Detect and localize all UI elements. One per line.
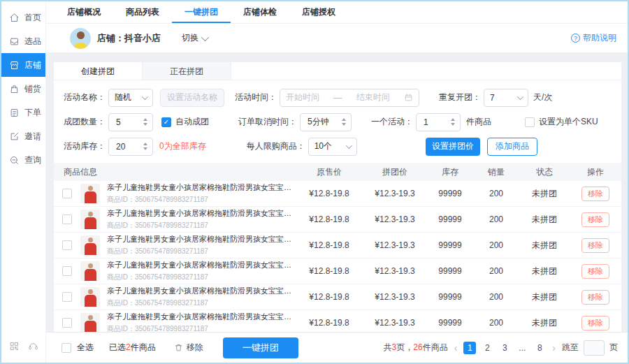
row-checkbox[interactable] xyxy=(62,292,72,302)
single-sku-label: 设置为单个SKU xyxy=(539,116,598,128)
remove-button[interactable]: 移除 xyxy=(581,316,609,330)
remove-button[interactable]: 移除 xyxy=(581,212,609,227)
page-number[interactable]: 3 xyxy=(498,342,511,354)
activity-name-select[interactable]: 随机 xyxy=(108,89,153,107)
sidebar-item-shop[interactable]: 店铺 xyxy=(1,53,45,77)
stock-label: 活动库存： xyxy=(64,140,106,152)
prev-page-icon[interactable]: ‹ xyxy=(453,342,459,354)
sidebar-item-label: 首页 xyxy=(24,12,41,24)
row-checkbox[interactable] xyxy=(62,189,72,198)
per-activity-stepper[interactable]: 1 xyxy=(416,113,461,131)
remove-button[interactable]: 移除 xyxy=(581,264,609,279)
content-area: 创建拼团 正在拼团 活动名称： 随机 设置活动名称 活动时间： 开始时间 — xyxy=(46,52,628,332)
stepper-arrows-icon[interactable] xyxy=(451,118,455,126)
search-icon xyxy=(9,155,20,166)
stock-cell: 99999 xyxy=(427,214,473,224)
product-image xyxy=(80,210,100,229)
sidebar-item-select-products[interactable]: 选品 xyxy=(1,29,45,53)
auto-group-checkbox[interactable]: ✓ xyxy=(161,117,171,127)
jump-page-input[interactable] xyxy=(584,340,605,356)
table-row: 亲子儿童拖鞋男女童小孩居家棉拖鞋防滑男孩女宝宝拖鞋防滑男孩拖鞋 商品ID：350… xyxy=(54,207,621,233)
group-price-cell: ¥12.3-19.3 xyxy=(363,240,427,250)
sidebar-item-distribute[interactable]: 铺货 xyxy=(1,77,45,101)
sidebar-item-invite[interactable]: 邀请 xyxy=(1,124,45,148)
help-link[interactable]: ? 帮助说明 xyxy=(571,32,616,44)
sales-cell: 200 xyxy=(473,240,519,250)
product-id: 商品ID：3506754789983271187 xyxy=(107,298,296,308)
product-info-cell: 亲子儿童拖鞋男女童小孩居家棉拖鞋防滑男孩女宝宝拖鞋防滑男孩拖鞋 商品ID：350… xyxy=(80,234,296,256)
tab-shop-auth[interactable]: 店铺授权 xyxy=(289,1,348,23)
sidebar-item-query[interactable]: 查询 xyxy=(1,148,45,172)
table-header: 商品信息 原售价 拼团价 库存 销量 状态 操作 xyxy=(54,163,621,181)
group-size-label: 成团数量： xyxy=(64,116,106,128)
auto-group-label: 自动成团 xyxy=(175,116,209,128)
activity-time-range-input[interactable]: 开始时间 — 结束时间 xyxy=(280,89,419,107)
single-sku-checkbox[interactable] xyxy=(525,117,535,127)
sidebar-item-label: 铺货 xyxy=(24,83,41,95)
sidebar-item-home[interactable]: 首页 xyxy=(1,6,45,29)
sidebar-item-label: 选品 xyxy=(24,36,41,48)
one-key-group-button[interactable]: 一键拼团 xyxy=(223,337,298,358)
tab-shop-overview[interactable]: 店铺概况 xyxy=(55,1,113,23)
tab-shop-checkup[interactable]: 店铺体检 xyxy=(231,1,289,23)
repeat-open-label: 重复开团： xyxy=(439,92,481,103)
sales-cell: 200 xyxy=(473,214,519,224)
stepper-arrows-icon[interactable] xyxy=(342,118,346,126)
tab-product-list[interactable]: 商品列表 xyxy=(113,1,172,23)
product-id: 商品ID：3506754789983271187 xyxy=(107,221,296,231)
status-cell: 未拼团 xyxy=(519,188,570,200)
page-number[interactable]: 2 xyxy=(481,342,493,354)
remove-button[interactable]: 移除 xyxy=(581,187,609,201)
page-number[interactable]: 1 xyxy=(463,342,476,354)
cancel-time-stepper[interactable]: 5分钟 xyxy=(300,113,352,131)
qrcode-icon[interactable] xyxy=(9,341,20,354)
question-circle-icon: ? xyxy=(571,34,580,43)
sidebar: 首页 选品 店铺 铺货 下单 邀请 查询 xyxy=(1,1,46,363)
chevron-down-icon xyxy=(346,143,352,149)
bulk-remove-button[interactable]: 移除 xyxy=(174,342,203,354)
header-original-price: 原售价 xyxy=(296,166,363,178)
remove-button[interactable]: 移除 xyxy=(581,238,609,253)
select-all-checkbox[interactable] xyxy=(62,343,71,353)
row-checkbox[interactable] xyxy=(62,240,72,250)
set-group-price-button[interactable]: 设置拼团价 xyxy=(426,138,480,156)
status-cell: 未拼团 xyxy=(519,291,570,303)
stepper-arrows-icon[interactable] xyxy=(143,118,147,126)
select-all-label: 全选 xyxy=(77,342,94,354)
limit-select[interactable]: 10个 xyxy=(308,138,357,156)
row-checkbox[interactable] xyxy=(62,214,72,224)
set-activity-name-button[interactable]: 设置活动名称 xyxy=(160,89,224,107)
calendar-icon xyxy=(404,93,413,102)
row-checkbox[interactable] xyxy=(62,318,72,328)
chevron-down-icon xyxy=(201,33,209,41)
tab-create-group[interactable]: 创建拼团 xyxy=(54,62,143,80)
stock-stepper[interactable]: 20 xyxy=(108,138,153,156)
original-price-cell: ¥12.8-19.8 xyxy=(296,214,363,224)
remove-button[interactable]: 移除 xyxy=(581,290,609,305)
chevron-down-icon xyxy=(142,94,148,100)
switch-shop-button[interactable]: 切换 xyxy=(182,32,207,44)
shop-icon xyxy=(9,60,20,71)
footer-left: 全选 已选2件商品 移除 一键拼团 xyxy=(62,337,298,358)
product-info-cell: 亲子儿童拖鞋男女童小孩居家棉拖鞋防滑男孩女宝宝拖鞋防滑男孩拖鞋 商品ID：350… xyxy=(80,312,296,332)
stepper-arrows-icon[interactable] xyxy=(143,143,147,150)
shop-bar: 店铺：抖音小店 切换 ? 帮助说明 xyxy=(46,24,628,52)
form-row-3: 活动库存： 20 0为全部库存 每人限购商品： 10个 设置拼团价 添加商品 xyxy=(64,137,612,156)
repeat-select[interactable]: 7 xyxy=(484,89,528,107)
headset-icon[interactable] xyxy=(28,341,38,354)
tab-active-group[interactable]: 正在拼团 xyxy=(143,62,231,80)
jump-label: 跳至 xyxy=(562,342,579,354)
group-size-stepper[interactable]: 5 xyxy=(108,113,153,131)
sales-cell: 200 xyxy=(473,266,519,276)
sidebar-item-order[interactable]: 下单 xyxy=(1,101,45,124)
next-page-icon[interactable]: › xyxy=(551,342,557,354)
top-nav: 店铺概况 商品列表 一键拼团 店铺体检 店铺授权 xyxy=(46,1,628,24)
pagination: 共3页，26件商品 ‹ 123...8 › 跳至 页 xyxy=(384,340,618,356)
page-number[interactable]: 8 xyxy=(533,342,546,354)
add-product-button[interactable]: 添加商品 xyxy=(487,138,537,156)
original-price-cell: ¥12.8-19.8 xyxy=(296,189,363,198)
row-checkbox[interactable] xyxy=(62,266,72,276)
sidebar-item-label: 下单 xyxy=(24,107,41,119)
inbox-icon xyxy=(9,36,20,47)
tab-one-key-group[interactable]: 一键拼团 xyxy=(172,1,231,23)
